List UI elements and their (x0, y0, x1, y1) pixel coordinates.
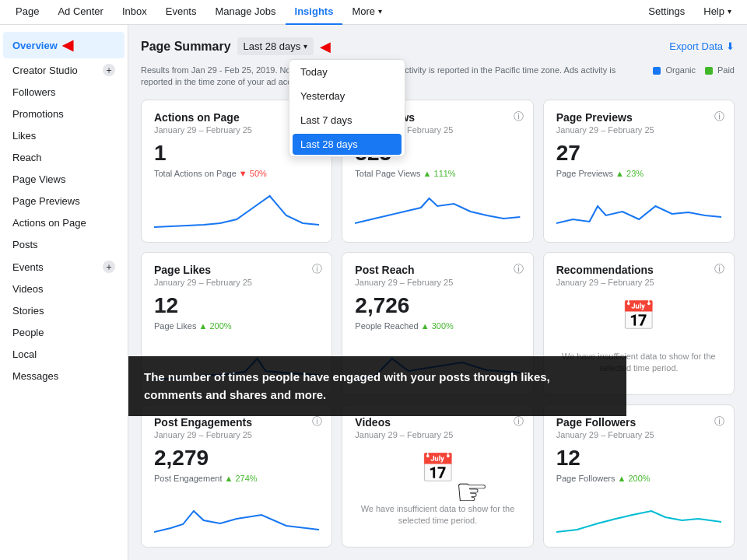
card-date: January 29 – February 25 (556, 125, 721, 135)
info-icon[interactable]: ⓘ (514, 110, 524, 124)
card-sub: Total Actions on Page ▼ 50% (154, 169, 319, 178)
info-icon[interactable]: ⓘ (714, 415, 724, 429)
info-icon[interactable]: ⓘ (312, 415, 322, 429)
card-value: 2,726 (355, 293, 520, 318)
red-arrow-summary-icon: ◀ (320, 38, 331, 55)
hand-cursor: ☜ (455, 470, 489, 513)
sidebar-item-people[interactable]: People (3, 322, 124, 343)
plus-icon[interactable]: ＋ (103, 64, 115, 76)
card-sub: Page Previews ▲ 23% (556, 169, 721, 178)
main-content: Page Summary Last 28 days ▾ ◀ Today Yest… (128, 25, 747, 560)
tooltip-banner: The number of times people have engaged … (128, 356, 626, 416)
card-title: Post Reach (355, 264, 520, 276)
legend-organic: Organic (653, 65, 696, 76)
sidebar-item-likes[interactable]: Likes (3, 125, 124, 146)
date-range-button[interactable]: Last 28 days ▾ (237, 37, 314, 55)
red-arrow-icon: ◀ (62, 37, 73, 54)
sidebar-item-messages[interactable]: Messages (3, 366, 124, 387)
sidebar-item-overview[interactable]: Overview ◀ (3, 32, 124, 58)
sidebar-item-promotions[interactable]: Promotions (3, 103, 124, 124)
card-post-engagements: Post Engagements January 29 – February 2… (141, 404, 332, 548)
card-sub: People Reached ▲ 300% (355, 321, 520, 331)
nav-insights[interactable]: Insights (286, 0, 343, 25)
card-title: Page Followers (556, 416, 721, 429)
date-dropdown: Today Yesterday Last 7 days Last 28 days (289, 59, 405, 157)
card-date: January 29 – February 25 (154, 430, 319, 439)
card-title: Page Likes (154, 264, 319, 276)
card-date: January 29 – February 25 (154, 278, 319, 287)
dropdown-yesterday[interactable]: Yesterday (289, 84, 405, 108)
info-banner: Results from Jan 29 - Feb 25, 2019. Note… (141, 65, 735, 89)
card-page-followers: Page Followers January 29 – February 25 … (543, 404, 735, 548)
nav-page[interactable]: Page (6, 0, 48, 25)
no-data-text: We have insufficient data to show for th… (355, 503, 520, 527)
card-videos: Videos January 29 – February 25 ⓘ 📅 We h… (342, 404, 533, 548)
card-value: 27 (556, 141, 721, 166)
card-chart (355, 184, 520, 231)
export-data-button[interactable]: Export Data ⬇ (669, 40, 735, 52)
card-sub: Post Engagement ▲ 274% (154, 474, 319, 483)
cards-grid: Actions on Page January 29 – February 25… (141, 100, 735, 548)
summary-header: Page Summary Last 28 days ▾ ◀ Today Yest… (141, 37, 735, 55)
sidebar-item-videos[interactable]: Videos (3, 278, 124, 299)
dropdown-last28[interactable]: Last 28 days (293, 134, 402, 155)
card-date: January 29 – February 25 (355, 430, 520, 439)
info-icon[interactable]: ⓘ (312, 262, 322, 276)
card-title: Post Engagements (154, 416, 319, 429)
calendar-icon: 📅 (355, 452, 520, 485)
card-title: Videos (355, 416, 520, 429)
card-chart (154, 489, 319, 536)
nav-managejobs[interactable]: Manage Jobs (205, 0, 285, 25)
card-date: January 29 – February 25 (355, 278, 520, 287)
sidebar-item-pagepreviews[interactable]: Page Previews (3, 191, 124, 212)
sidebar-item-actionsonpage[interactable]: Actions on Page (3, 212, 124, 233)
legend-paid: Paid (705, 65, 735, 76)
sidebar-item-followers[interactable]: Followers (3, 82, 124, 103)
calendar-icon: 📅 (556, 299, 721, 332)
card-chart (154, 184, 319, 231)
card-chart (556, 184, 721, 231)
nav-settings[interactable]: Settings (639, 0, 694, 25)
card-title: Page Previews (556, 111, 721, 124)
sidebar-item-events[interactable]: Events ＋ (3, 256, 124, 278)
card-sub: Page Likes ▲ 200% (154, 321, 319, 331)
paid-dot (705, 67, 713, 75)
events-plus-icon[interactable]: ＋ (103, 261, 115, 273)
nav-more[interactable]: More ▾ (342, 0, 391, 25)
main-layout: Overview ◀ Creator Studio ＋ Followers Pr… (0, 25, 747, 560)
info-icon[interactable]: ⓘ (714, 110, 724, 124)
info-icon[interactable]: ⓘ (514, 415, 524, 429)
download-icon: ⬇ (726, 40, 735, 52)
card-value: 12 (556, 446, 721, 471)
dropdown-today[interactable]: Today (289, 60, 405, 84)
dropdown-last7[interactable]: Last 7 days (289, 108, 405, 132)
page-summary-title: Page Summary (141, 40, 231, 54)
nav-inbox[interactable]: Inbox (113, 0, 156, 25)
nav-adcenter[interactable]: Ad Center (48, 0, 113, 25)
sidebar-item-creatorstudio[interactable]: Creator Studio ＋ (3, 59, 124, 81)
card-date: January 29 – February 25 (556, 278, 721, 287)
help-chevron-icon: ▾ (728, 7, 731, 16)
sidebar: Overview ◀ Creator Studio ＋ Followers Pr… (0, 25, 128, 560)
card-chart (556, 489, 721, 536)
top-nav-right: Settings Help ▾ (639, 0, 741, 25)
nav-events[interactable]: Events (156, 0, 206, 25)
top-navigation: Page Ad Center Inbox Events Manage Jobs … (0, 0, 747, 25)
sidebar-item-pageviews[interactable]: Page Views (3, 169, 124, 190)
card-sub: Total Page Views ▲ 111% (355, 169, 520, 178)
card-sub: Page Followers ▲ 200% (556, 474, 721, 483)
info-icon[interactable]: ⓘ (514, 262, 524, 276)
sidebar-item-reach[interactable]: Reach (3, 147, 124, 168)
card-value: 12 (154, 293, 319, 318)
sidebar-item-posts[interactable]: Posts (3, 234, 124, 255)
card-value: 2,279 (154, 446, 319, 471)
date-chevron-icon: ▾ (303, 42, 307, 51)
organic-dot (653, 67, 661, 75)
info-icon[interactable]: ⓘ (714, 262, 724, 276)
card-title: Recommendations (556, 264, 721, 276)
sidebar-item-local[interactable]: Local (3, 344, 124, 365)
more-chevron-icon: ▾ (378, 7, 382, 16)
card-page-previews: Page Previews January 29 – February 25 ⓘ… (543, 100, 735, 243)
nav-help[interactable]: Help ▾ (694, 0, 741, 25)
sidebar-item-stories[interactable]: Stories (3, 300, 124, 321)
